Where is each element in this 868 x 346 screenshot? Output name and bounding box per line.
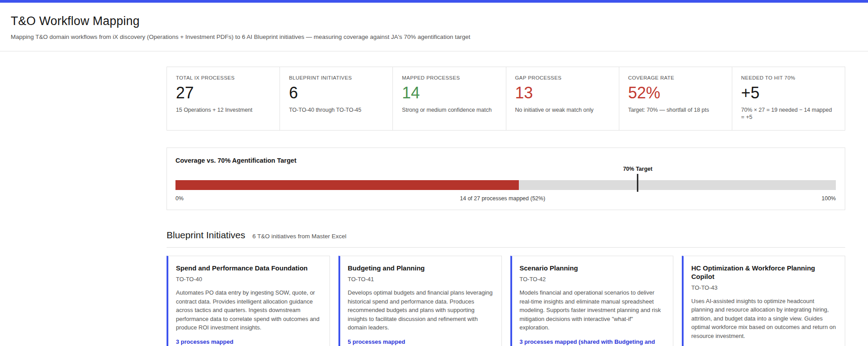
scale-max-label: 100% [822,195,836,202]
stat-card-needed-to-hit-target: NEEDED TO HIT 70% +5 70% × 27 = 19 neede… [732,67,845,130]
coverage-bar-track: 70% Target [175,180,836,190]
stat-sub: Target: 70% — shortfall of 18 pts [628,106,723,114]
stat-card-gap-processes: GAP PROCESSES 13 No initiative or weak m… [506,67,619,130]
processes-mapped-link[interactable]: 5 processes mapped [348,338,493,345]
initiative-description: Uses AI-assisted insights to optimize he… [691,297,836,341]
initiative-title: Spend and Performance Data Foundation [176,264,321,273]
initiative-description: Develops optimal budgets and financial p… [348,288,493,332]
coverage-scale: 0% 14 of 27 processes mapped (52%) 100% [175,195,836,202]
target-marker [637,174,638,192]
coverage-title: Coverage vs. 70% Agentification Target [175,157,836,164]
initiative-card-spend-and-performance: Spend and Performance Data Foundation TO… [167,256,330,346]
scale-min-label: 0% [175,195,184,202]
stat-value: 13 [515,84,610,102]
stat-value: +5 [741,84,836,102]
stat-sub: 15 Operations + 12 Investment [176,106,271,114]
coverage-card: Coverage vs. 70% Agentification Target 7… [167,148,845,210]
page-subtitle: Mapping T&O domain workflows from iX dis… [11,34,857,40]
initiative-code: TO-TO-42 [520,276,665,283]
initiative-code: TO-TO-40 [176,276,321,283]
initiative-code: TO-TO-43 [691,284,836,291]
stat-label: BLUEPRINT INITIATIVES [289,75,384,80]
stat-card-coverage-rate: COVERAGE RATE 52% Target: 70% — shortfal… [619,67,732,130]
page-header: T&O Workflow Mapping Mapping T&O domain … [0,3,868,51]
stat-card-blueprint-initiatives: BLUEPRINT INITIATIVES 6 TO-TO-40 through… [280,67,392,130]
initiative-title: Budgeting and Planning [348,264,493,273]
stat-label: COVERAGE RATE [628,75,723,80]
stat-label: MAPPED PROCESSES [402,75,497,80]
initiative-description: Models financial and operational scenari… [520,288,665,332]
initiative-title: Scenario Planning [520,264,665,273]
stat-sub: TO-TO-40 through TO-TO-45 [289,106,384,114]
stat-value: 27 [176,84,271,102]
initiatives-section-header: Blueprint Initiatives 6 T&O initiatives … [167,230,845,248]
stat-value: 6 [289,84,384,102]
stat-label: TOTAL IX PROCESSES [176,75,271,80]
stat-card-total-ix-processes: TOTAL IX PROCESSES 27 15 Operations + 12… [167,67,280,130]
stat-sub: 70% × 27 = 19 needed − 14 mapped = +5 [741,106,836,122]
stat-label: GAP PROCESSES [515,75,610,80]
initiatives-section-subtitle: 6 T&O initiatives from Master Excel [252,233,346,240]
initiatives-grid: Spend and Performance Data Foundation TO… [167,256,845,346]
initiatives-section-title: Blueprint Initiatives [167,230,245,241]
processes-mapped-link[interactable]: 3 processes mapped (shared with Budgetin… [520,338,665,346]
stats-row: TOTAL IX PROCESSES 27 15 Operations + 12… [167,67,845,131]
initiative-card-budgeting-and-planning: Budgeting and Planning TO-TO-41 Develops… [338,256,502,346]
initiative-description: Automates PO data entry by ingesting SOW… [176,288,321,332]
stat-value: 52% [628,84,723,102]
coverage-bar-fill [175,180,519,190]
initiative-title: HC Optimization & Workforce Planning Cop… [691,264,836,281]
initiative-code: TO-TO-41 [348,276,493,283]
scale-center-label: 14 of 27 processes mapped (52%) [460,195,545,202]
processes-mapped-link[interactable]: 3 processes mapped [176,338,321,345]
stat-card-mapped-processes: MAPPED PROCESSES 14 Strong or medium con… [392,67,505,130]
page-title: T&O Workflow Mapping [11,14,857,28]
stat-sub: No initiative or weak match only [515,106,610,114]
initiative-card-scenario-planning: Scenario Planning TO-TO-42 Models financ… [510,256,674,346]
stat-sub: Strong or medium confidence match [402,106,497,114]
main-content: TOTAL IX PROCESSES 27 15 Operations + 12… [167,67,845,346]
target-label: 70% Target [623,166,652,172]
stat-value: 14 [402,84,497,102]
initiative-card-hc-optimization: HC Optimization & Workforce Planning Cop… [682,256,845,346]
stat-label: NEEDED TO HIT 70% [741,75,836,80]
